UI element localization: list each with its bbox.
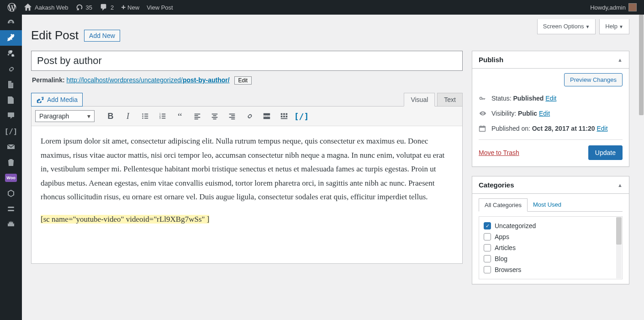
bullet-list-button[interactable] [137,109,153,123]
publish-postbox: Publish ▲ Preview Changes Status: Publis… [472,51,629,167]
svg-rect-31 [267,116,268,117]
menu-plugin1[interactable] [0,201,22,217]
read-more-button[interactable] [259,109,274,123]
published-value: Oct 28, 2017 at 11:20 [532,125,595,132]
menu-shortcoder[interactable]: [/] [0,123,22,139]
categories-toggle[interactable]: ▲ [618,182,623,188]
editor-body[interactable]: Lorem ipsum dolor sit amet, consectetur … [32,126,462,263]
categories-tab-all[interactable]: All Categories [479,198,528,212]
category-item[interactable]: Browsers [484,264,618,275]
checkbox-icon[interactable] [484,244,491,251]
category-item[interactable]: Blog [484,253,618,264]
page-scrollbar[interactable] [639,15,644,320]
status-label: Status: [491,95,513,102]
blockquote-button[interactable]: “ [172,109,188,123]
status-edit-link[interactable]: Edit [545,95,556,102]
category-label: Uncategorized [495,222,536,229]
site-name-link[interactable]: Aakash Web [20,0,72,15]
svg-rect-40 [281,118,287,119]
editor-tab-text[interactable]: Text [437,93,463,107]
italic-button[interactable]: I [120,109,136,123]
svg-rect-18 [195,117,201,118]
menu-plugin2[interactable] [0,217,22,232]
publish-heading: Publish [479,56,503,64]
menu-media[interactable] [0,46,22,61]
new-label: New [127,4,139,11]
svg-rect-2 [8,207,14,208]
add-media-label: Add Media [47,96,78,103]
camera-music-icon [36,96,44,104]
new-content-link[interactable]: +New [117,0,143,15]
menu-pages[interactable] [0,77,22,92]
my-account-link[interactable]: Howdy, admin [586,0,640,15]
menu-posts[interactable] [0,30,22,46]
checkbox-icon[interactable] [484,233,491,240]
screen-options-button[interactable]: Screen Options▼ [537,19,596,34]
view-post-link[interactable]: View Post [143,0,177,15]
svg-rect-23 [213,118,216,119]
svg-rect-24 [229,114,235,115]
bold-button[interactable]: B [103,109,118,123]
link-button[interactable] [242,109,257,123]
update-button[interactable]: Update [588,145,623,160]
menu-contact[interactable] [0,139,22,155]
comments-link[interactable]: 2 [96,0,117,15]
menu-pages2[interactable] [0,92,22,108]
menu-products[interactable] [0,186,22,201]
visibility-value: Public [518,110,537,117]
svg-rect-3 [8,210,14,211]
category-item[interactable]: ✓Uncategorized [484,220,618,231]
menu-woocommerce[interactable]: Woo [5,174,17,182]
category-item[interactable]: Articles [484,242,618,253]
numbered-list-button[interactable]: 123 [155,109,170,123]
shortcoder-button[interactable]: [/] [294,109,309,123]
svg-rect-9 [144,118,148,119]
user-name: admin [610,4,626,11]
move-to-trash-link[interactable]: Move to Trash [479,149,519,156]
permalink-row: Permalink: http://localhost/wordpress/un… [32,76,463,85]
avatar [628,3,637,11]
menu-links[interactable] [0,61,22,77]
checkbox-icon[interactable] [484,255,491,262]
checkbox-icon[interactable] [484,266,491,273]
svg-point-8 [142,117,143,119]
category-item[interactable]: Apps [484,231,618,242]
updates-link[interactable]: 35 [72,0,95,15]
svg-rect-27 [231,118,235,119]
permalink-edit-button[interactable]: Edit [234,76,252,85]
svg-rect-26 [229,117,235,118]
categories-tab-most-used[interactable]: Most Used [528,198,567,211]
svg-point-42 [482,113,484,114]
editor-tab-visual[interactable]: Visual [404,93,435,107]
help-button[interactable]: Help▼ [599,19,629,34]
align-right-button[interactable] [224,109,240,123]
toolbar-toggle-button[interactable] [276,109,292,123]
chevron-down-icon: ▼ [619,24,623,29]
menu-comments[interactable] [0,108,22,123]
visibility-edit-link[interactable]: Edit [539,110,550,117]
svg-rect-15 [162,118,165,119]
editor-shortcode: [sc name="youtube-video" videoid="rLl9XB… [41,215,209,224]
svg-rect-7 [144,116,148,117]
categories-scrollbar[interactable] [616,217,622,278]
checkbox-icon[interactable]: ✓ [484,222,491,229]
home-icon [24,3,32,11]
comments-icon [100,3,108,11]
permalink-link[interactable]: http://localhost/wordpress/uncategorized… [66,76,229,84]
menu-dashboard[interactable] [0,15,22,30]
align-left-button[interactable] [190,109,205,123]
add-media-button[interactable]: Add Media [31,93,83,107]
howdy-prefix: Howdy, [590,4,609,11]
post-title-input[interactable] [31,51,463,71]
published-edit-link[interactable]: Edit [596,125,607,132]
publish-toggle[interactable]: ▲ [618,57,623,63]
wp-logo-menu[interactable] [4,0,20,15]
preview-changes-button[interactable]: Preview Changes [564,73,623,86]
svg-rect-32 [269,116,270,117]
editor-wrap: Paragraph B I 123 “ [/] Lorem ipsu [31,106,463,264]
format-select[interactable]: Paragraph [35,110,95,122]
align-center-button[interactable] [207,109,222,123]
add-new-button[interactable]: Add New [84,30,120,42]
menu-trash[interactable] [0,155,22,170]
svg-rect-44 [480,126,486,128]
